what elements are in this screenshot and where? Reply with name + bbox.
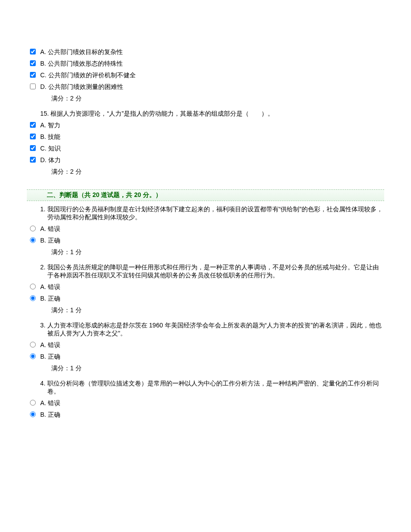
q14-option-a-text: A. 公共部门绩效目标的复杂性 [38, 48, 123, 56]
tf-q1-score: 满分：1 分 [27, 248, 384, 256]
tf-q3-option-a-text: A. 错误 [38, 341, 60, 349]
tf-q2-number: 2. [40, 264, 47, 280]
q14-option-d-text: D. 公共部门绩效测量的困难性 [38, 83, 123, 91]
tf-q2-option-b-radio[interactable] [30, 295, 36, 301]
tf-q4-question: 4. 职位分析问卷（管理职位描述文卷）是常用的一种以人为中心的工作分析方法，是一… [27, 380, 384, 396]
q15-option-d-checkbox[interactable] [30, 157, 36, 163]
tf-q2-option-a-text: A. 错误 [38, 283, 60, 291]
q15-number: 15. [40, 110, 50, 118]
tf-q3-text: 人力资本理论形成的标志是舒尔茨在 1960 年美国经济学会年会上所发表的题为“人… [47, 322, 384, 338]
tf-q3-question: 3. 人力资本理论形成的标志是舒尔茨在 1960 年美国经济学会年会上所发表的题… [27, 322, 384, 338]
tf-q2-option-b-text: B. 正确 [38, 295, 60, 303]
tf-q2-score: 满分：1 分 [27, 306, 384, 314]
tf-q1-option-b-radio[interactable] [30, 237, 36, 243]
q14-option-a-row: A. 公共部门绩效目标的复杂性 [27, 48, 384, 56]
tf-q4-option-a-row: A. 错误 [27, 399, 384, 407]
tf-q1-option-b-text: B. 正确 [38, 237, 60, 245]
tf-q2-option-b-row: B. 正确 [27, 295, 384, 303]
q15-option-c-text: C. 知识 [38, 145, 61, 153]
tf-q4-option-b-text: B. 正确 [38, 411, 60, 419]
tf-q1-question: 1. 我国现行的公务员福利制度是在计划经济体制下建立起来的，福利项目的设置都带有… [27, 205, 384, 222]
q14-option-b-checkbox[interactable] [30, 60, 36, 66]
tf-q3-number: 3. [40, 322, 47, 338]
q15-option-b-text: B. 技能 [38, 133, 60, 141]
tf-q1-option-a-row: A. 错误 [27, 225, 384, 233]
q14-option-c-text: C. 公共部门绩效的评价机制不健全 [38, 71, 136, 80]
q15-option-d-row: D. 体力 [27, 156, 384, 164]
tf-q3-option-b-radio[interactable] [30, 353, 36, 359]
tf-q4-option-a-radio[interactable] [30, 400, 36, 406]
q15-option-a-checkbox[interactable] [30, 122, 36, 128]
tf-q1-text: 我国现行的公务员福利制度是在计划经济体制下建立起来的，福利项目的设置都带有“供给… [47, 205, 384, 222]
q15-option-c-row: C. 知识 [27, 145, 384, 153]
q15-question: 15. 根据人力资源理论，“人力”是指人的劳动能力，其最基本的组成部分是（ ）。 [27, 110, 384, 118]
q15-option-b-checkbox[interactable] [30, 134, 36, 139]
tf-q2-question: 2. 我国公务员法所规定的降职是一种任用形式和任用行为，是一种正常的人事调动，不… [27, 264, 384, 280]
q15-option-a-row: A. 智力 [27, 121, 384, 130]
page-content: A. 公共部门绩效目标的复杂性 B. 公共部门绩效形态的特殊性 C. 公共部门绩… [0, 0, 411, 436]
tf-q3-option-a-radio[interactable] [30, 342, 36, 348]
tf-q1-number: 1. [40, 205, 47, 222]
q15-option-b-row: B. 技能 [27, 133, 384, 141]
q15-option-c-checkbox[interactable] [30, 145, 36, 151]
tf-q1-option-a-radio[interactable] [30, 226, 36, 231]
tf-q3-option-a-row: A. 错误 [27, 341, 384, 349]
q14-option-a-checkbox[interactable] [30, 49, 36, 54]
q14-option-d-row: D. 公共部门绩效测量的困难性 [27, 83, 384, 91]
q15-text: 根据人力资源理论，“人力”是指人的劳动能力，其最基本的组成部分是（ ）。 [50, 110, 273, 118]
tf-q4-option-b-row: B. 正确 [27, 411, 384, 419]
tf-q4-option-a-text: A. 错误 [38, 399, 60, 407]
tf-q4-number: 4. [40, 380, 47, 396]
tf-q2-text: 我国公务员法所规定的降职是一种任用形式和任用行为，是一种正常的人事调动，不是对公… [47, 264, 384, 280]
q14-score: 满分：2 分 [27, 95, 384, 103]
q14-option-c-checkbox[interactable] [30, 72, 36, 78]
tf-q1-option-b-row: B. 正确 [27, 237, 384, 245]
tf-q1-option-a-text: A. 错误 [38, 225, 60, 233]
q14-option-b-text: B. 公共部门绩效形态的特殊性 [38, 60, 123, 68]
q15-option-a-text: A. 智力 [38, 121, 60, 130]
tf-q2-option-a-radio[interactable] [30, 284, 36, 289]
q15-score: 满分：2 分 [27, 168, 384, 176]
tf-q4-option-b-radio[interactable] [30, 411, 36, 417]
q14-option-c-row: C. 公共部门绩效的评价机制不健全 [27, 71, 384, 80]
q14-option-d-checkbox[interactable] [30, 84, 36, 89]
section-2-header: 二、判断题（共 20 道试题，共 20 分。） [27, 189, 384, 201]
tf-q3-score: 满分：1 分 [27, 364, 384, 373]
tf-q3-option-b-row: B. 正确 [27, 353, 384, 361]
q14-option-b-row: B. 公共部门绩效形态的特殊性 [27, 60, 384, 68]
tf-q4-text: 职位分析问卷（管理职位描述文卷）是常用的一种以人为中心的工作分析方法，是一种结构… [47, 380, 384, 396]
tf-q2-option-a-row: A. 错误 [27, 283, 384, 291]
q15-option-d-text: D. 体力 [38, 156, 61, 164]
tf-q3-option-b-text: B. 正确 [38, 353, 60, 361]
